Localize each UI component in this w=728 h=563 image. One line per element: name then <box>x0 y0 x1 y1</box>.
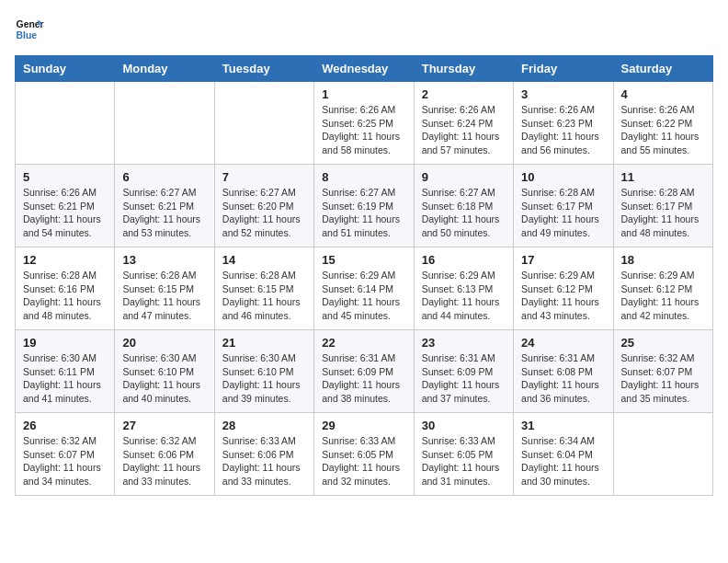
day-info: Sunrise: 6:26 AMSunset: 6:22 PMDaylight:… <box>621 103 705 157</box>
weekday-header-thursday: Thursday <box>414 56 513 82</box>
day-info: Sunrise: 6:28 AMSunset: 6:15 PMDaylight:… <box>122 269 206 323</box>
day-info: Sunrise: 6:31 AMSunset: 6:09 PMDaylight:… <box>322 351 405 406</box>
day-number: 29 <box>322 419 405 432</box>
day-info: Sunrise: 6:29 AMSunset: 6:12 PMDaylight:… <box>521 269 605 323</box>
day-number: 21 <box>222 336 306 350</box>
calendar-cell: 15Sunrise: 6:29 AMSunset: 6:14 PMDayligh… <box>314 247 414 330</box>
day-info: Sunrise: 6:28 AMSunset: 6:15 PMDaylight:… <box>222 269 306 323</box>
day-info: Sunrise: 6:28 AMSunset: 6:16 PMDaylight:… <box>23 269 107 323</box>
day-number: 12 <box>23 253 107 267</box>
logo: General Blue <box>15 15 44 44</box>
day-number: 10 <box>521 170 605 184</box>
day-number: 7 <box>222 170 306 184</box>
weekday-header-friday: Friday <box>514 56 613 82</box>
calendar-cell: 19Sunrise: 6:30 AMSunset: 6:11 PMDayligh… <box>16 330 115 413</box>
calendar-week-row: 1Sunrise: 6:26 AMSunset: 6:25 PMDaylight… <box>16 82 713 165</box>
calendar-cell <box>16 82 115 165</box>
day-info: Sunrise: 6:29 AMSunset: 6:14 PMDaylight:… <box>322 269 405 323</box>
day-info: Sunrise: 6:32 AMSunset: 6:07 PMDaylight:… <box>621 351 705 406</box>
weekday-header-monday: Monday <box>115 56 214 82</box>
calendar-cell <box>115 82 214 165</box>
calendar-table: SundayMondayTuesdayWednesdayThursdayFrid… <box>15 55 713 496</box>
calendar-cell: 25Sunrise: 6:32 AMSunset: 6:07 PMDayligh… <box>613 330 712 413</box>
day-number: 2 <box>422 87 506 101</box>
day-number: 11 <box>621 170 705 184</box>
calendar-week-row: 26Sunrise: 6:32 AMSunset: 6:07 PMDayligh… <box>16 413 713 496</box>
calendar-week-row: 19Sunrise: 6:30 AMSunset: 6:11 PMDayligh… <box>16 330 713 413</box>
day-info: Sunrise: 6:32 AMSunset: 6:07 PMDaylight:… <box>23 434 107 488</box>
calendar-cell: 8Sunrise: 6:27 AMSunset: 6:19 PMDaylight… <box>314 165 414 247</box>
calendar-cell: 5Sunrise: 6:26 AMSunset: 6:21 PMDaylight… <box>16 165 115 247</box>
calendar-cell <box>613 413 712 496</box>
day-info: Sunrise: 6:30 AMSunset: 6:10 PMDaylight:… <box>222 351 306 406</box>
calendar-cell: 13Sunrise: 6:28 AMSunset: 6:15 PMDayligh… <box>115 247 214 330</box>
calendar-cell: 31Sunrise: 6:34 AMSunset: 6:04 PMDayligh… <box>514 413 613 496</box>
calendar-cell: 1Sunrise: 6:26 AMSunset: 6:25 PMDaylight… <box>314 82 414 165</box>
calendar-cell: 7Sunrise: 6:27 AMSunset: 6:20 PMDaylight… <box>214 165 313 247</box>
calendar-cell: 16Sunrise: 6:29 AMSunset: 6:13 PMDayligh… <box>414 247 513 330</box>
calendar-cell: 28Sunrise: 6:33 AMSunset: 6:06 PMDayligh… <box>214 413 313 496</box>
day-info: Sunrise: 6:27 AMSunset: 6:18 PMDaylight:… <box>422 186 506 240</box>
day-number: 3 <box>521 87 605 101</box>
day-number: 1 <box>322 87 405 101</box>
calendar-cell: 17Sunrise: 6:29 AMSunset: 6:12 PMDayligh… <box>514 247 613 330</box>
calendar-cell: 21Sunrise: 6:30 AMSunset: 6:10 PMDayligh… <box>214 330 313 413</box>
day-info: Sunrise: 6:27 AMSunset: 6:19 PMDaylight:… <box>322 186 405 240</box>
day-info: Sunrise: 6:31 AMSunset: 6:08 PMDaylight:… <box>521 351 605 406</box>
svg-text:Blue: Blue <box>17 30 38 40</box>
calendar-cell: 24Sunrise: 6:31 AMSunset: 6:08 PMDayligh… <box>514 330 613 413</box>
day-info: Sunrise: 6:26 AMSunset: 6:24 PMDaylight:… <box>422 103 506 157</box>
calendar-cell: 20Sunrise: 6:30 AMSunset: 6:10 PMDayligh… <box>115 330 214 413</box>
day-number: 22 <box>322 336 405 350</box>
day-info: Sunrise: 6:30 AMSunset: 6:11 PMDaylight:… <box>23 351 107 406</box>
page-header: General Blue <box>15 15 713 44</box>
calendar-cell: 30Sunrise: 6:33 AMSunset: 6:05 PMDayligh… <box>414 413 513 496</box>
calendar-cell: 9Sunrise: 6:27 AMSunset: 6:18 PMDaylight… <box>414 165 513 247</box>
day-info: Sunrise: 6:26 AMSunset: 6:23 PMDaylight:… <box>521 103 605 157</box>
calendar-cell: 23Sunrise: 6:31 AMSunset: 6:09 PMDayligh… <box>414 330 513 413</box>
calendar-cell: 14Sunrise: 6:28 AMSunset: 6:15 PMDayligh… <box>214 247 313 330</box>
calendar-cell: 6Sunrise: 6:27 AMSunset: 6:21 PMDaylight… <box>115 165 214 247</box>
day-info: Sunrise: 6:30 AMSunset: 6:10 PMDaylight:… <box>122 351 206 406</box>
weekday-header-row: SundayMondayTuesdayWednesdayThursdayFrid… <box>16 56 713 82</box>
calendar-cell: 11Sunrise: 6:28 AMSunset: 6:17 PMDayligh… <box>613 165 712 247</box>
day-number: 6 <box>122 170 206 184</box>
day-number: 14 <box>222 253 306 267</box>
day-number: 17 <box>521 253 605 267</box>
day-info: Sunrise: 6:29 AMSunset: 6:13 PMDaylight:… <box>422 269 506 323</box>
day-number: 13 <box>122 253 206 267</box>
day-number: 24 <box>521 336 605 350</box>
day-number: 20 <box>122 336 206 350</box>
day-info: Sunrise: 6:28 AMSunset: 6:17 PMDaylight:… <box>621 186 705 240</box>
day-info: Sunrise: 6:28 AMSunset: 6:17 PMDaylight:… <box>521 186 605 240</box>
day-info: Sunrise: 6:27 AMSunset: 6:21 PMDaylight:… <box>122 186 206 240</box>
day-info: Sunrise: 6:33 AMSunset: 6:05 PMDaylight:… <box>322 434 405 488</box>
day-number: 15 <box>322 253 405 267</box>
calendar-cell: 3Sunrise: 6:26 AMSunset: 6:23 PMDaylight… <box>514 82 613 165</box>
calendar-week-row: 12Sunrise: 6:28 AMSunset: 6:16 PMDayligh… <box>16 247 713 330</box>
weekday-header-sunday: Sunday <box>16 56 115 82</box>
day-number: 30 <box>422 419 506 432</box>
logo-icon: General Blue <box>15 15 44 44</box>
day-info: Sunrise: 6:29 AMSunset: 6:12 PMDaylight:… <box>621 269 705 323</box>
day-number: 4 <box>621 87 705 101</box>
calendar-cell: 29Sunrise: 6:33 AMSunset: 6:05 PMDayligh… <box>314 413 414 496</box>
day-number: 26 <box>23 419 107 432</box>
day-number: 23 <box>422 336 506 350</box>
calendar-cell: 12Sunrise: 6:28 AMSunset: 6:16 PMDayligh… <box>16 247 115 330</box>
day-number: 19 <box>23 336 107 350</box>
day-number: 5 <box>23 170 107 184</box>
calendar-cell: 27Sunrise: 6:32 AMSunset: 6:06 PMDayligh… <box>115 413 214 496</box>
day-info: Sunrise: 6:32 AMSunset: 6:06 PMDaylight:… <box>122 434 206 488</box>
calendar-cell <box>214 82 313 165</box>
calendar-cell: 22Sunrise: 6:31 AMSunset: 6:09 PMDayligh… <box>314 330 414 413</box>
calendar-cell: 18Sunrise: 6:29 AMSunset: 6:12 PMDayligh… <box>613 247 712 330</box>
calendar-cell: 2Sunrise: 6:26 AMSunset: 6:24 PMDaylight… <box>414 82 513 165</box>
day-info: Sunrise: 6:27 AMSunset: 6:20 PMDaylight:… <box>222 186 306 240</box>
day-info: Sunrise: 6:26 AMSunset: 6:25 PMDaylight:… <box>322 103 405 157</box>
day-number: 25 <box>621 336 705 350</box>
weekday-header-tuesday: Tuesday <box>214 56 313 82</box>
calendar-week-row: 5Sunrise: 6:26 AMSunset: 6:21 PMDaylight… <box>16 165 713 247</box>
day-number: 28 <box>222 419 306 432</box>
day-number: 31 <box>521 419 605 432</box>
